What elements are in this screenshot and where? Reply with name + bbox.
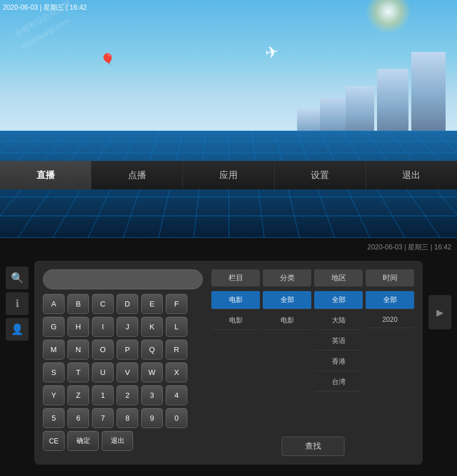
key-8[interactable]: 8: [117, 408, 138, 428]
key-d[interactable]: D: [117, 294, 138, 314]
bottom-datetime: 2020-06-03 | 星期三 | 16:42: [367, 243, 451, 252]
key-z[interactable]: Z: [67, 385, 89, 405]
key-g[interactable]: G: [43, 317, 65, 337]
balloon-icon: 🎈: [101, 53, 115, 66]
key-r[interactable]: R: [166, 340, 187, 360]
key-h[interactable]: H: [67, 317, 89, 337]
key-b[interactable]: B: [67, 294, 89, 314]
key-0[interactable]: 0: [166, 408, 187, 428]
top-datetime: 2020-06-03 | 星期三 | 16:42: [3, 3, 87, 13]
filter-section: 栏目 分类 地区 时间 电影 电影 全部 电影 全部: [211, 269, 414, 456]
filter-item-cat-0[interactable]: 全部: [263, 291, 311, 309]
key-3[interactable]: 3: [141, 385, 163, 405]
right-side-icon[interactable]: ▶: [428, 295, 451, 329]
key-q[interactable]: Q: [141, 340, 163, 360]
filter-header-region[interactable]: 地区: [314, 269, 363, 287]
nav-bar: 直播 点播 应用 设置 退出: [0, 161, 457, 189]
key-quit[interactable]: 退出: [102, 431, 133, 451]
key-6[interactable]: 6: [67, 408, 89, 428]
kb-row-3: M N O P Q R: [43, 340, 203, 360]
key-e[interactable]: E: [141, 294, 163, 314]
bottom-section: 2020-06-03 | 星期三 | 16:42 🔍 ℹ 👤 ▶ A B C D…: [0, 238, 457, 476]
nav-settings[interactable]: 设置: [275, 161, 366, 189]
search-button[interactable]: 查找: [282, 437, 344, 456]
filter-header-time[interactable]: 时间: [366, 269, 414, 287]
filter-columns: 电影 电影 全部 电影 全部 大陆 英语 香港 台湾 全部: [211, 291, 414, 429]
search-btn-row: 查找: [211, 437, 414, 456]
key-f[interactable]: F: [166, 294, 187, 314]
hero-section: ✈ 🎈 全都有综合资源网 douyouvip.com 2020-06-03 | …: [0, 0, 457, 238]
filter-item-channel-1[interactable]: 电影: [211, 312, 260, 330]
filter-header-channel[interactable]: 栏目: [211, 269, 260, 287]
nav-apps[interactable]: 应用: [183, 161, 274, 189]
keyboard: A B C D E F G H I J K L M: [43, 294, 203, 451]
filter-item-region-3[interactable]: 香港: [314, 353, 363, 371]
filter-col-region: 全部 大陆 英语 香港 台湾: [314, 291, 363, 429]
filter-col-channel: 电影 电影: [211, 291, 260, 429]
key-u[interactable]: U: [92, 362, 114, 382]
filter-item-region-2[interactable]: 英语: [314, 332, 363, 350]
user-side-icon[interactable]: 👤: [6, 318, 29, 341]
kb-row-5: Y Z 1 2 3 4: [43, 385, 203, 405]
key-l[interactable]: L: [166, 317, 187, 337]
key-x[interactable]: X: [166, 362, 187, 382]
filter-item-time-0[interactable]: 全部: [366, 291, 414, 309]
hero-background: ✈ 🎈 全都有综合资源网 douyouvip.com 2020-06-03 | …: [0, 0, 457, 238]
filter-header-category[interactable]: 分类: [263, 269, 311, 287]
key-y[interactable]: Y: [43, 385, 65, 405]
key-confirm[interactable]: 确定: [67, 431, 99, 451]
key-4[interactable]: 4: [166, 385, 187, 405]
kb-row-1: A B C D E F: [43, 294, 203, 314]
key-o[interactable]: O: [92, 340, 114, 360]
nav-vod[interactable]: 点播: [91, 161, 183, 189]
filter-header: 栏目 分类 地区 时间: [211, 269, 414, 287]
kb-row-4: S T U V W X: [43, 362, 203, 382]
filter-item-cat-1[interactable]: 电影: [263, 312, 311, 330]
key-p[interactable]: P: [117, 340, 138, 360]
search-side-icon[interactable]: 🔍: [6, 267, 29, 289]
key-a[interactable]: A: [43, 294, 65, 314]
search-input[interactable]: [43, 269, 203, 289]
kb-action-row: CE 确定 退出: [43, 431, 203, 451]
key-s[interactable]: S: [43, 362, 65, 382]
key-5[interactable]: 5: [43, 408, 65, 428]
side-icons: 🔍 ℹ 👤: [6, 267, 29, 341]
filter-item-channel-0[interactable]: 电影: [211, 291, 260, 309]
nav-exit[interactable]: 退出: [366, 161, 457, 189]
key-m[interactable]: M: [43, 340, 65, 360]
nav-live[interactable]: 直播: [0, 161, 91, 189]
filter-col-time: 全部 2020: [366, 291, 414, 429]
key-2[interactable]: 2: [117, 385, 138, 405]
key-1[interactable]: 1: [92, 385, 114, 405]
key-n[interactable]: N: [67, 340, 89, 360]
main-panel: A B C D E F G H I J K L M: [34, 261, 423, 465]
key-7[interactable]: 7: [92, 408, 114, 428]
key-ce[interactable]: CE: [43, 431, 65, 451]
key-c[interactable]: C: [92, 294, 114, 314]
key-9[interactable]: 9: [141, 408, 163, 428]
kb-row-6: 5 6 7 8 9 0: [43, 408, 203, 428]
filter-col-category: 全部 电影: [263, 291, 311, 429]
filter-item-region-4[interactable]: 台湾: [314, 373, 363, 392]
filter-item-time-1[interactable]: 2020: [366, 312, 414, 328]
key-t[interactable]: T: [67, 362, 89, 382]
key-w[interactable]: W: [141, 362, 163, 382]
key-j[interactable]: J: [117, 317, 138, 337]
key-k[interactable]: K: [141, 317, 163, 337]
filter-item-region-0[interactable]: 全部: [314, 291, 363, 309]
filter-item-region-1[interactable]: 大陆: [314, 312, 363, 330]
kb-row-2: G H I J K L: [43, 317, 203, 337]
key-v[interactable]: V: [117, 362, 138, 382]
key-i[interactable]: I: [92, 317, 114, 337]
keyboard-section: A B C D E F G H I J K L M: [43, 269, 203, 456]
info-side-icon[interactable]: ℹ: [6, 292, 29, 315]
